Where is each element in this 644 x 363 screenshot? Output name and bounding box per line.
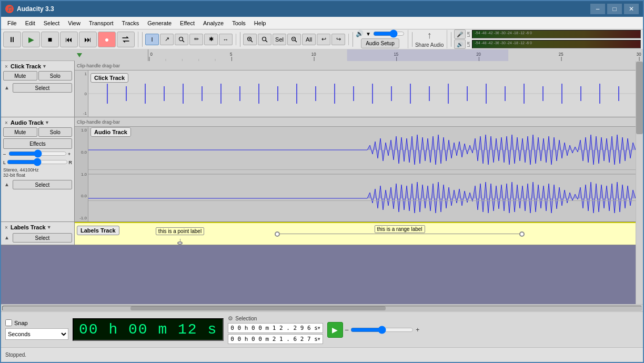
zoom-in-button[interactable] <box>243 34 257 45</box>
seconds-select[interactable]: Seconds <box>5 328 68 340</box>
click-track-scale: 1 0 -1 <box>75 70 88 117</box>
effects-button[interactable]: Effects <box>3 138 72 149</box>
forward-button[interactable]: ⏭ <box>79 32 97 47</box>
h-scroll-track[interactable] <box>2 306 642 311</box>
click-track-close-button[interactable]: × <box>3 63 9 69</box>
menu-analyze[interactable]: Analyze <box>199 19 228 27</box>
playback-min-label: – <box>345 326 349 334</box>
click-track-dropdown[interactable]: ▼ <box>42 64 47 69</box>
play-button[interactable]: ▶ <box>22 32 40 47</box>
click-track-select-button[interactable]: Select <box>13 83 72 93</box>
volume-slider[interactable] <box>373 31 405 37</box>
zoom-sel-button[interactable]: Sel <box>273 34 286 45</box>
labels-track-clip-label[interactable]: Labels Track <box>77 226 119 235</box>
zoom-tool-button[interactable] <box>175 34 188 45</box>
audio-track-info-line1: Stereo, 44100Hz <box>3 167 72 173</box>
audio-track-clip-handle: Clip-handle drag-bar <box>75 117 636 127</box>
menu-file[interactable]: File <box>3 19 21 27</box>
tools-row-2: ✏ ✱ ↔ <box>189 34 233 45</box>
audio-track-collapse-button[interactable]: ▲ <box>3 180 11 188</box>
menu-tracks[interactable]: Tracks <box>118 19 144 27</box>
click-track-collapse-button[interactable]: ▲ <box>3 84 11 91</box>
maximize-button[interactable]: □ <box>607 4 622 14</box>
vertical-scroll-thumb[interactable] <box>636 62 643 135</box>
h-scroll-thumb[interactable] <box>130 306 386 310</box>
labels-track-select-button[interactable]: Select <box>13 233 72 243</box>
point-label-text: this is a point label <box>156 227 204 235</box>
audio-track-close-button[interactable]: × <box>3 119 9 126</box>
svg-point-6 <box>263 37 266 41</box>
redo-button[interactable]: ↪ <box>331 34 345 45</box>
playback-speed-slider[interactable] <box>350 326 414 334</box>
lr-label-output: LR <box>467 42 471 47</box>
audio-track-solo-button[interactable]: Solo <box>38 127 73 137</box>
labels-track-close-button[interactable]: × <box>3 224 9 230</box>
zoom-all-button[interactable]: All <box>302 34 316 45</box>
click-track-mute-button[interactable]: Mute <box>3 71 37 80</box>
tools-group: I ↗ ✏ ✱ ↔ <box>145 34 236 45</box>
zoom-group: Sel All ↩ ↪ <box>243 34 349 45</box>
click-track-name: Click Track <box>11 63 41 69</box>
draw-tool-button[interactable]: ✏ <box>189 34 203 45</box>
audio-track-select-button[interactable]: Select <box>13 180 72 189</box>
click-track-clip-handle-label: Clip-handle drag-bar <box>77 63 120 68</box>
stop-button[interactable]: ■ <box>41 32 59 47</box>
menu-tools[interactable]: Tools <box>228 19 250 27</box>
gain-slider-container <box>8 150 67 158</box>
labels-track-collapse-button[interactable]: ▲ <box>3 234 11 241</box>
audio-center-line-bot <box>88 200 636 201</box>
labels-track-dropdown[interactable]: ▼ <box>47 225 52 230</box>
zoom-out-button[interactable] <box>287 34 301 45</box>
tools-row-1: I ↗ <box>145 34 188 45</box>
selection-tool-button[interactable]: I <box>145 34 159 45</box>
toolbar-row1: ⏸ ▶ ■ ⏮ ⏭ ● I ↗ ✏ ✱ <box>1 29 643 49</box>
speaker-button[interactable]: 🔊 <box>454 39 466 49</box>
zoom-fit-button[interactable] <box>258 34 271 45</box>
menu-edit[interactable]: Edit <box>21 19 39 27</box>
ruler-inner: 0 5 10 15 20 25 30 <box>148 49 643 61</box>
loop-button[interactable] <box>117 32 135 47</box>
mic-button[interactable]: 🎤 <box>454 29 466 39</box>
gain-minus-icon: – <box>3 152 7 157</box>
click-track-clip-label[interactable]: Click Track <box>90 73 128 83</box>
sel-time1-arrow: ▼ <box>318 326 320 330</box>
volume-label: ▼ <box>366 31 371 37</box>
click-track-solo-button[interactable]: Solo <box>38 71 73 80</box>
menu-help[interactable]: Help <box>250 19 270 27</box>
menu-select[interactable]: Select <box>39 19 64 27</box>
minimize-button[interactable]: – <box>590 4 605 14</box>
menu-generate[interactable]: Generate <box>143 19 176 27</box>
audio-track-dropdown[interactable]: ▼ <box>45 120 49 125</box>
transport-group: ⏸ ▶ ■ ⏮ ⏭ ● <box>3 32 138 47</box>
rewind-button[interactable]: ⏮ <box>60 32 78 47</box>
snap-checkbox[interactable] <box>5 319 12 326</box>
playback-play-button[interactable]: ▶ <box>327 322 343 338</box>
menu-view[interactable]: View <box>64 19 85 27</box>
audio-track-clip-label[interactable]: Audio Track <box>90 127 131 137</box>
record-button[interactable]: ● <box>98 32 116 47</box>
audio-track-waveform: Audio Track <box>88 127 636 221</box>
snap-label: Snap <box>14 320 28 326</box>
selection-row: ⚙ Selection <box>228 315 323 322</box>
pan-slider[interactable] <box>7 159 67 165</box>
time-shift-button[interactable]: ↔ <box>219 34 233 45</box>
menu-effect[interactable]: Effect <box>176 19 199 27</box>
gain-slider[interactable] <box>8 150 67 157</box>
vertical-scrollbar[interactable] <box>636 61 643 304</box>
audio-track-header: × Audio Track ▼ <box>3 119 72 126</box>
audio-track-mute-button[interactable]: Mute <box>3 127 37 137</box>
audio-track-mute-solo: Mute Solo <box>3 127 72 137</box>
envelope-tool-button[interactable]: ↗ <box>160 34 174 45</box>
multi-tool-button[interactable]: ✱ <box>204 34 218 45</box>
input-meter: -54 -48 -42 -36 -30 -24 -18 -12 -6 0 <box>472 30 641 38</box>
share-audio-label: Share Audio <box>415 42 444 48</box>
audio-setup-button[interactable]: Audio Setup <box>361 38 399 48</box>
selection-gear-icon[interactable]: ⚙ <box>228 315 233 322</box>
selection-group: ⚙ Selection 0 0 h 0 0 m 1 2 . 2 9 6 s ▼ … <box>228 315 323 344</box>
click-track-scale-top: 1 <box>76 72 87 76</box>
sel-time2-arrow: ▼ <box>318 337 320 341</box>
undo-button[interactable]: ↩ <box>317 34 330 45</box>
menu-transport[interactable]: Transport <box>85 19 118 27</box>
close-button[interactable]: ✕ <box>624 4 639 14</box>
pause-button[interactable]: ⏸ <box>3 32 21 47</box>
